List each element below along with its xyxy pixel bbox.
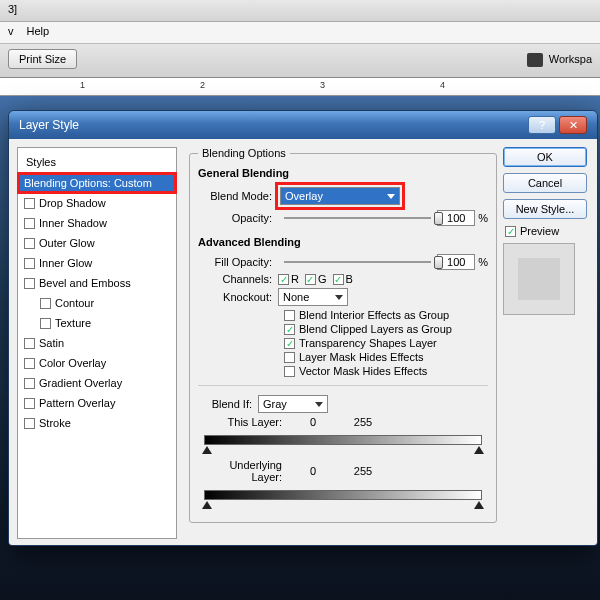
new-style-button[interactable]: New Style... xyxy=(503,199,587,219)
underlying-layer-label: Underlying Layer: xyxy=(198,459,288,483)
cancel-button[interactable]: Cancel xyxy=(503,173,587,193)
sidebar-item[interactable]: Inner Glow xyxy=(18,253,176,273)
sidebar-item[interactable]: Satin xyxy=(18,333,176,353)
styles-sidebar: Styles Blending Options: Custom Drop Sha… xyxy=(17,147,177,539)
blending-options-panel: Blending Options General Blending Blend … xyxy=(185,139,501,546)
blendif-label: Blend If: xyxy=(198,398,258,410)
advanced-option-checkbox[interactable]: Blend Interior Effects as Group xyxy=(284,309,488,321)
options-bar: Print Size Workspa xyxy=(0,44,600,78)
channel-r-checkbox[interactable]: ✓R xyxy=(278,273,299,285)
dialog-titlebar[interactable]: Layer Style ? ✕ xyxy=(9,111,597,139)
channels-label: Channels: xyxy=(198,273,278,285)
menu-item[interactable]: v xyxy=(8,25,14,37)
sidebar-item[interactable]: Drop Shadow xyxy=(18,193,176,213)
blending-options-legend: Blending Options xyxy=(198,147,290,159)
sidebar-item[interactable]: Pattern Overlay xyxy=(18,393,176,413)
close-button[interactable]: ✕ xyxy=(559,116,587,134)
this-layer-label: This Layer: xyxy=(198,416,288,428)
help-button[interactable]: ? xyxy=(528,116,556,134)
general-blending-legend: General Blending xyxy=(198,167,488,179)
advanced-option-checkbox[interactable]: ✓Transparency Shapes Layer xyxy=(284,337,488,349)
sidebar-item[interactable]: Color Overlay xyxy=(18,353,176,373)
channel-g-checkbox[interactable]: ✓G xyxy=(305,273,327,285)
opacity-slider[interactable] xyxy=(284,211,431,225)
sidebar-item[interactable]: Texture xyxy=(18,313,176,333)
channel-b-checkbox[interactable]: ✓B xyxy=(333,273,353,285)
underlying-layer-slider[interactable] xyxy=(198,486,488,506)
knockout-dropdown[interactable]: None xyxy=(278,288,348,306)
this-layer-slider[interactable] xyxy=(198,431,488,451)
blend-mode-label: Blend Mode: xyxy=(198,190,278,202)
sidebar-item[interactable]: Inner Shadow xyxy=(18,213,176,233)
ruler: 1 2 3 4 xyxy=(0,78,600,96)
preview-checkbox[interactable]: ✓Preview xyxy=(505,225,587,237)
advanced-blending-legend: Advanced Blending xyxy=(198,236,488,248)
sidebar-item-blending-options[interactable]: Blending Options: Custom xyxy=(18,173,176,193)
sidebar-item[interactable]: Outer Glow xyxy=(18,233,176,253)
fill-opacity-slider[interactable] xyxy=(284,255,431,269)
preview-swatch xyxy=(503,243,575,315)
advanced-option-checkbox[interactable]: Vector Mask Hides Effects xyxy=(284,365,488,377)
menu-help[interactable]: Help xyxy=(27,25,50,37)
dialog-title: Layer Style xyxy=(19,118,79,132)
sidebar-item[interactable]: Bevel and Emboss xyxy=(18,273,176,293)
sidebar-item[interactable]: Contour xyxy=(18,293,176,313)
menubar: v Help xyxy=(0,22,600,44)
dialog-actions: OK Cancel New Style... ✓Preview xyxy=(501,139,597,546)
knockout-label: Knockout: xyxy=(198,291,278,303)
blend-mode-highlight: Overlay xyxy=(278,185,402,207)
app-titlebar: 3] xyxy=(0,0,600,22)
sidebar-heading[interactable]: Styles xyxy=(18,152,176,173)
sidebar-item[interactable]: Stroke xyxy=(18,413,176,433)
sidebar-item[interactable]: Gradient Overlay xyxy=(18,373,176,393)
canvas-area: Layer Style ? ✕ Styles Blending Options:… xyxy=(0,96,600,600)
blend-mode-dropdown[interactable]: Overlay xyxy=(280,187,400,205)
layer-style-dialog: Layer Style ? ✕ Styles Blending Options:… xyxy=(8,110,598,546)
advanced-option-checkbox[interactable]: ✓Blend Clipped Layers as Group xyxy=(284,323,488,335)
blending-options-group: Blending Options General Blending Blend … xyxy=(189,147,497,523)
print-size-button[interactable]: Print Size xyxy=(8,49,77,69)
opacity-label: Opacity: xyxy=(198,212,278,224)
blendif-dropdown[interactable]: Gray xyxy=(258,395,328,413)
workspace-label[interactable]: Workspa xyxy=(527,49,592,67)
fill-opacity-label: Fill Opacity: xyxy=(198,256,278,268)
advanced-option-checkbox[interactable]: Layer Mask Hides Effects xyxy=(284,351,488,363)
ok-button[interactable]: OK xyxy=(503,147,587,167)
